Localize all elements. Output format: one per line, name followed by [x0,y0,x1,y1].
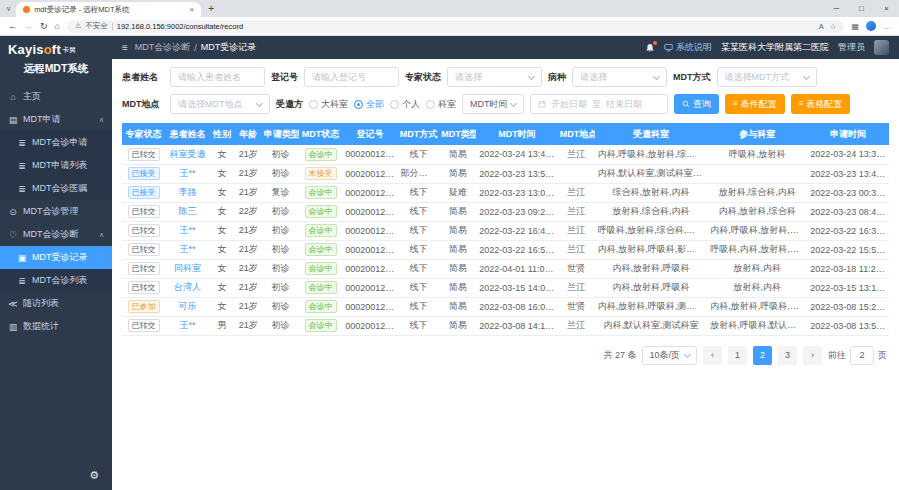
column-header: MDT类型 [439,123,476,145]
page-button[interactable]: 2 [753,346,772,365]
browser-home-icon[interactable]: ⌂ [55,21,60,31]
patient-name-link[interactable]: 王** [179,244,195,254]
forward-icon[interactable]: → [24,21,33,31]
apply-type-cell: 初诊 [262,145,299,164]
patient-name-link[interactable]: 同科室 [174,263,201,273]
register-no-input[interactable] [304,67,399,87]
new-tab-button[interactable]: + [208,3,214,14]
table-row[interactable]: 已转交 台湾人 女 21岁 初诊 会诊中 0002001256 线下 简易 20… [122,278,889,297]
sidebar-item-mdt-consult-apply[interactable]: ≣ MDT会诊申请 [0,131,112,154]
refresh-icon[interactable]: ↻ [40,21,48,31]
sidebar-item-mdt-record[interactable]: ▣ MDT受诊记录 [0,246,112,269]
mdt-status-badge: 会诊中 [305,243,337,256]
invitee-radio[interactable]: 全部 [354,98,384,111]
back-icon[interactable]: ← [8,21,17,31]
sidebar-toggle-icon[interactable]: ≡ [122,42,128,53]
mdt-status-badge: 会诊中 [305,186,337,199]
expert-status-select[interactable]: 请选择 [447,67,542,87]
close-button[interactable]: × [874,0,899,17]
settings-gear-icon[interactable]: ⚙ [89,469,99,482]
breadcrumb-parent[interactable]: MDT会诊诊断 [135,41,191,54]
mdt-location-select[interactable]: 请选择MDT地点 [170,94,270,114]
patient-name-link[interactable]: 王** [179,225,195,235]
mdt-type-cell: 简易 [439,240,476,259]
sidebar-item-mdt-apply-list[interactable]: ≣ MDT申请列表 [0,154,112,177]
translate-icon[interactable]: A [819,22,824,31]
system-help-link[interactable]: 系统说明 [664,41,712,54]
mdt-time-select[interactable]: MDT时间 [462,94,524,114]
sidebar-item-mdt-consult-list[interactable]: ≣ MDT会诊列表 [0,269,112,292]
apply-time-cell: 2022-03-23 00:35:39 [807,183,889,202]
favorite-star-icon[interactable]: ☆ [830,22,837,31]
expert-status-badge: 已参加 [128,300,160,313]
sidebar-item-follow-up-list[interactable]: ≪ 随访列表 [0,292,112,315]
table-row[interactable]: 已转交 科室受邀 女 21岁 初诊 会诊中 0002001256 线下 简易 2… [122,145,889,164]
mdt-location-cell: 兰江 [558,221,595,240]
sidebar-item-mdt-consult-order[interactable]: ≣ MDT会诊医嘱 [0,177,112,200]
chevron-up-icon: ∧ [99,231,104,239]
search-button[interactable]: 查询 [674,94,719,114]
date-range-picker[interactable]: 开始日期 至 结束日期 [530,94,668,114]
table-row[interactable]: 已转交 王** 男 21岁 初诊 会诊中 0002001256 线下 简易 20… [122,316,889,335]
patient-name-link[interactable]: 王** [179,320,195,330]
condition-config-button[interactable]: ≡ 条件配置 [725,94,785,114]
patient-name-link[interactable]: 李路 [178,187,196,197]
goto-page-input[interactable] [850,346,874,365]
mdt-mode-cell: 部分线上 [398,164,440,183]
page-button[interactable]: 1 [728,346,747,365]
disease-select[interactable]: 请选择 [572,67,667,87]
patient-name-link[interactable]: 王** [179,168,195,178]
invitee-radio[interactable]: 个人 [390,98,420,111]
mdt-type-cell: 简易 [439,221,476,240]
prev-page-button[interactable]: ‹ [703,346,722,365]
patient-name-input[interactable] [170,67,265,87]
browser-profile-avatar[interactable] [866,21,876,31]
patient-name-link[interactable]: 陈三 [178,206,196,216]
patient-name-link[interactable]: 科室受邀 [169,149,205,159]
table-row[interactable]: 已转交 王** 女 21岁 初诊 会诊中 0002001256 线下 简易 20… [122,240,889,259]
header-right: 系统说明 某某医科大学附属第二医院 管理员 [645,40,889,55]
breadcrumb-current: MDT受诊记录 [201,41,257,54]
apply-time-cell: 2022-03-23 08:49:53 [807,202,889,221]
invitee-radio[interactable]: 大科室 [309,98,348,111]
table-row[interactable]: 已转交 王** 女 21岁 初诊 会诊中 0002001256 线下 简易 20… [122,221,889,240]
age-cell: 21岁 [234,183,262,202]
page-size-select[interactable]: 10条/页 [642,346,697,365]
sidebar-item-home[interactable]: ⌂ 主页 [0,85,112,108]
page-button[interactable]: 3 [778,346,797,365]
heart-icon: ♡ [8,230,18,240]
table-row[interactable]: 已转交 同科室 女 21岁 初诊 会诊中 0002001256 线下 简易 20… [122,259,889,278]
table-config-button[interactable]: ≡ 表格配置 [791,94,851,114]
patient-name-link[interactable]: 可乐 [178,301,196,311]
patient-name-link[interactable]: 台湾人 [174,282,201,292]
mdt-mode-select[interactable]: 请选择MDT方式 [717,67,817,87]
browser-tab[interactable]: mdt受诊记录 - 远程MDT系统 × [16,2,201,17]
browser-menu-icon[interactable]: … [883,22,891,31]
table-row[interactable]: 已接受 李路 女 21岁 复诊 会诊中 0002001256 线下 疑难 202… [122,183,889,202]
column-header: 申请类型 [262,123,299,145]
tab-actions-menu-icon[interactable]: ∨ [6,5,11,13]
next-page-button[interactable]: › [803,346,822,365]
expert-status-badge: 已接受 [128,186,160,199]
table-row[interactable]: 已参加 可乐 女 21岁 初诊 会诊中 0002001256 线下 简易 202… [122,297,889,316]
user-avatar[interactable] [874,40,889,55]
invitee-radio[interactable]: 科室 [426,98,456,111]
table-row[interactable]: 已接受 王** 女 21岁 初诊 未接受 0002001256 部分线上 简易 … [122,164,889,183]
sidebar-item-statistics[interactable]: ▥ 数据统计 [0,315,112,338]
notification-bell-icon[interactable] [645,43,655,53]
sidebar-item-mdt-consult-manage[interactable]: ⊙ MDT会诊管理 [0,200,112,223]
sidebar-item-mdt-diagnosis[interactable]: ♡ MDT会诊诊断 ∧ [0,223,112,246]
mdt-mode-cell: 线下 [398,297,440,316]
apply-type-cell: 复诊 [262,183,299,202]
sidebar-item-mdt-apply[interactable]: ▤ MDT申请 ∧ [0,108,112,131]
collections-icon[interactable]: ▦ [851,22,859,31]
calendar-icon [538,100,546,108]
table-header-row: 专家状态 患者姓名 性别 年龄 申请类型 MDT状态 [122,123,889,145]
tab-close-icon[interactable]: × [189,5,194,14]
address-bar[interactable]: ⚠ 不安全 192.168.0.156:9002/consultate/reco… [67,20,844,33]
minimize-button[interactable]: ─ [824,0,849,17]
apply-type-cell: 初诊 [262,297,299,316]
not-secure-label[interactable]: 不安全 [85,21,108,31]
table-row[interactable]: 已转交 陈三 女 22岁 初诊 会诊中 0002001256 线下 简易 202… [122,202,889,221]
maximize-button[interactable]: □ [849,0,874,17]
